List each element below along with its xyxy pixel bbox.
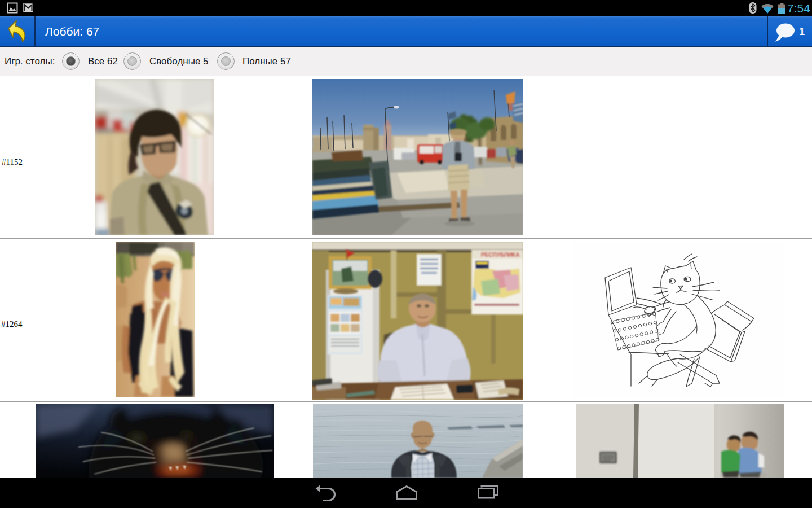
svg-text:РЕСПУБЛИКА: РЕСПУБЛИКА [481, 252, 519, 258]
